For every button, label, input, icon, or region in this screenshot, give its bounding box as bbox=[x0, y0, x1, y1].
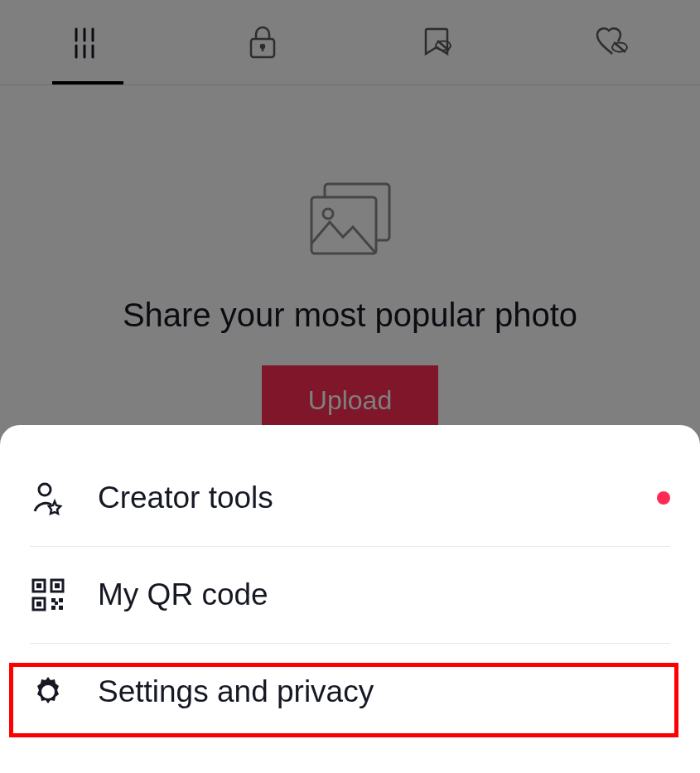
svg-rect-22 bbox=[59, 598, 63, 602]
bottom-sheet-menu: Creator tools My QR code bbox=[0, 425, 700, 773]
gear-icon bbox=[30, 674, 66, 710]
menu-item-label: My QR code bbox=[98, 577, 670, 612]
svg-rect-25 bbox=[55, 601, 58, 605]
qr-code-icon bbox=[30, 577, 66, 613]
svg-rect-18 bbox=[55, 583, 60, 588]
menu-item-settings-privacy[interactable]: Settings and privacy bbox=[0, 644, 700, 740]
menu-item-label: Settings and privacy bbox=[98, 674, 670, 709]
svg-point-14 bbox=[39, 484, 51, 495]
creator-tools-icon bbox=[30, 480, 66, 516]
svg-rect-23 bbox=[51, 606, 56, 610]
menu-item-qr-code[interactable]: My QR code bbox=[0, 547, 700, 643]
svg-rect-16 bbox=[36, 583, 41, 588]
svg-rect-24 bbox=[59, 606, 63, 610]
notification-dot bbox=[657, 491, 670, 505]
svg-rect-20 bbox=[36, 601, 41, 606]
menu-item-creator-tools[interactable]: Creator tools bbox=[0, 450, 700, 546]
menu-item-label: Creator tools bbox=[98, 481, 670, 515]
